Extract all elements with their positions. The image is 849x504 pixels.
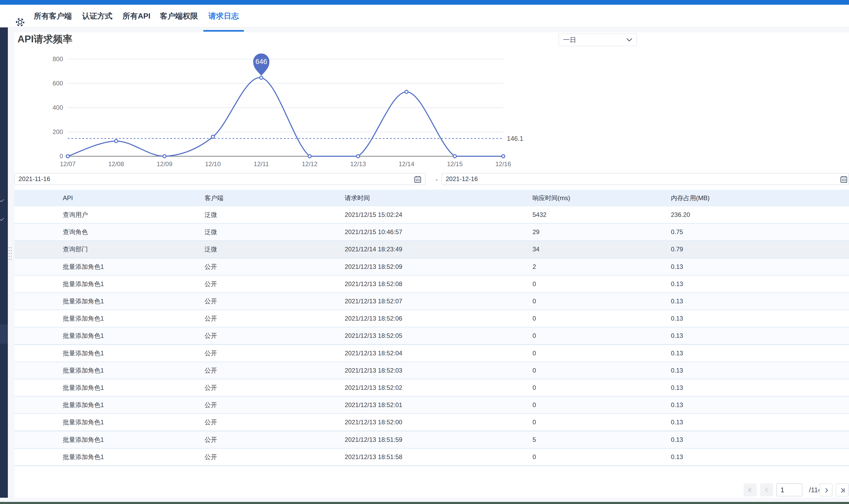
table-cell: 公开 <box>205 310 217 327</box>
gear-icon[interactable] <box>15 17 25 27</box>
table-cell: 公开 <box>205 258 217 275</box>
first-page-button[interactable] <box>744 483 757 497</box>
table-cell: 批量添加角色1 <box>63 449 104 465</box>
table-row[interactable]: 批量添加角色1公开2021/12/13 18:52:0000.13 <box>14 414 849 431</box>
table-cell: 2021/12/13 18:51:58 <box>345 449 402 465</box>
table-cell: 2021/12/15 10:46:57 <box>345 224 402 240</box>
date-range-separator: - <box>431 174 442 185</box>
prev-page-button[interactable] <box>760 483 773 497</box>
table-cell: 5432 <box>533 206 547 223</box>
table-cell: 29 <box>533 224 540 240</box>
column-header: API <box>63 190 73 206</box>
period-select-value: 一日 <box>563 34 576 46</box>
table-row[interactable]: 批量添加角色1公开2021/12/13 18:52:0400.13 <box>14 345 849 362</box>
table-cell: 0.13 <box>671 362 683 379</box>
table-row[interactable]: 批量添加角色1公开2021/12/13 18:52:0700.13 <box>14 293 849 310</box>
data-point <box>115 140 118 143</box>
collapsed-sidebar[interactable] <box>0 5 8 498</box>
table-cell: 0.13 <box>671 431 683 448</box>
x-tick-label: 12/07 <box>60 160 75 167</box>
table-cell: 2021/12/13 18:52:03 <box>345 362 402 379</box>
next-page-button[interactable] <box>819 483 833 497</box>
table-cell: 0.13 <box>671 345 683 362</box>
request-log-panel: API请求频率 一日 020040060080012/0712/0812/091… <box>14 32 849 498</box>
table-row[interactable]: 批量添加角色1公开2021/12/13 18:51:5800.13 <box>14 449 849 466</box>
table-cell: 公开 <box>205 293 217 310</box>
panel-drag-handle[interactable] <box>8 247 12 261</box>
calendar-icon[interactable] <box>414 175 422 184</box>
period-select[interactable]: 一日 <box>558 33 637 46</box>
table-row[interactable]: 查询角色泛微2021/12/15 10:46:57290.75 <box>14 224 849 241</box>
tab-3[interactable]: 所有API <box>123 5 150 27</box>
table-row[interactable]: 批量添加角色1公开2021/12/13 18:52:0500.13 <box>14 327 849 345</box>
table-cell: 批量添加角色1 <box>63 327 104 344</box>
table-cell: 批量添加角色1 <box>63 397 104 413</box>
date-end-input[interactable]: 2021-12-16 <box>441 173 849 185</box>
table-cell: 泛微 <box>205 206 217 223</box>
table-cell: 0 <box>533 327 536 344</box>
chevron-down-icon <box>0 199 4 202</box>
table-row[interactable]: 批量添加角色1公开2021/12/13 18:52:0920.13 <box>14 258 849 276</box>
tab-2[interactable]: 认证方式 <box>82 5 112 27</box>
page-number-input[interactable]: 1 <box>776 483 802 497</box>
data-point <box>502 155 505 158</box>
table-row[interactable]: 批量添加角色1公开2021/12/13 18:52:0100.13 <box>14 397 849 414</box>
data-point <box>260 76 263 79</box>
table-cell: 2 <box>533 258 536 275</box>
table-cell: 0.13 <box>671 258 683 275</box>
table-cell: 34 <box>533 241 540 258</box>
column-header: 客户端 <box>205 190 223 206</box>
x-tick-label: 12/16 <box>496 160 511 167</box>
table-cell: 0.13 <box>671 449 683 465</box>
table-cell: 0 <box>533 449 536 465</box>
y-tick-label: 600 <box>53 80 63 87</box>
table-cell: 批量添加角色1 <box>63 379 104 396</box>
table-row[interactable]: 查询部门泛微2021/12/14 18:23:49340.79 <box>14 241 849 258</box>
table-cell: 0.13 <box>671 414 683 431</box>
table-cell: 2021/12/13 18:52:09 <box>345 258 402 275</box>
table-row[interactable]: 批量添加角色1公开2021/12/13 18:52:0600.13 <box>14 310 849 328</box>
table-cell: 泛微 <box>205 224 217 240</box>
calendar-icon[interactable] <box>839 175 848 184</box>
table-cell: 0 <box>533 397 536 413</box>
table-cell: 2021/12/13 18:52:02 <box>345 379 402 396</box>
bottom-strip <box>0 502 849 504</box>
table-row[interactable]: 批量添加角色1公开2021/12/13 18:52:0800.13 <box>14 276 849 293</box>
table-cell: 批量添加角色1 <box>63 431 104 448</box>
x-tick-label: 12/13 <box>350 160 366 167</box>
table-cell: 批量添加角色1 <box>63 345 104 362</box>
table-cell: 批量添加角色1 <box>63 362 104 379</box>
x-tick-label: 12/09 <box>157 160 172 167</box>
table-cell: 0.13 <box>671 276 683 292</box>
x-tick-label: 12/10 <box>205 160 221 167</box>
table-cell: 0.13 <box>671 379 683 396</box>
table-cell: 公开 <box>205 449 217 465</box>
date-start-input[interactable]: 2021-11-16 <box>14 173 426 185</box>
tab-1[interactable]: 所有客户端 <box>34 5 72 27</box>
column-header: 请求时间 <box>345 190 370 206</box>
column-header: 内存占用(MB) <box>671 190 710 206</box>
table-row[interactable]: 查询用户泛微2021/12/15 15:02:245432236.20 <box>14 206 849 224</box>
table-cell: 0.13 <box>671 327 683 344</box>
table-cell: 批量添加角色1 <box>63 258 104 275</box>
x-tick-label: 12/15 <box>447 160 463 167</box>
table-row[interactable]: 批量添加角色1公开2021/12/13 18:51:5950.13 <box>14 431 849 449</box>
last-page-button[interactable] <box>836 483 849 497</box>
table-cell: 公开 <box>205 414 217 431</box>
y-tick-label: 200 <box>53 128 63 136</box>
date-start-value: 2021-11-16 <box>19 174 50 184</box>
table-cell: 2021/12/13 18:52:04 <box>345 345 402 362</box>
table-cell: 2021/12/13 18:52:01 <box>345 397 402 413</box>
table-cell: 查询角色 <box>63 224 88 240</box>
line-series <box>68 77 503 156</box>
date-end-value: 2021-12-16 <box>446 174 478 184</box>
tab-5[interactable]: 请求日志 <box>208 5 239 27</box>
tab-4[interactable]: 客户端权限 <box>160 5 198 27</box>
table-row[interactable]: 批量添加角色1公开2021/12/13 18:52:0200.13 <box>14 379 849 397</box>
table-cell: 2021/12/14 18:23:49 <box>345 241 402 258</box>
sidebar-active-item[interactable] <box>0 324 8 344</box>
api-frequency-chart: 020040060080012/0712/0812/0912/1012/1112… <box>41 54 528 173</box>
table-cell: 0.13 <box>671 310 683 327</box>
table-row[interactable]: 批量添加角色1公开2021/12/13 18:52:0300.13 <box>14 362 849 380</box>
table-cell: 0.13 <box>671 397 683 413</box>
